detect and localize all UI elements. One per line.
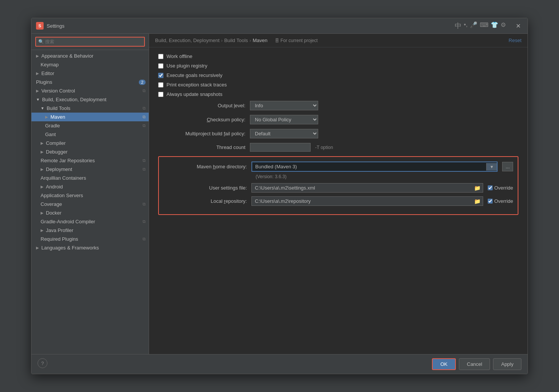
sidebar-item-label: Build Tools bbox=[47, 105, 71, 111]
sidebar-item-label: Android bbox=[46, 184, 63, 190]
sidebar-item-label: Version Control bbox=[41, 88, 75, 94]
checkbox-execute-goals: Execute goals recursively bbox=[158, 72, 518, 78]
breadcrumb-bar: Build, Execution, Deployment › Build Too… bbox=[149, 34, 528, 47]
work-offline-checkbox[interactable] bbox=[158, 54, 163, 59]
copy-icon: ⧉ bbox=[143, 219, 146, 224]
user-settings-override-checkbox[interactable] bbox=[488, 185, 493, 190]
breadcrumb-sep-1: › bbox=[221, 38, 223, 43]
plugin-registry-checkbox[interactable] bbox=[158, 63, 163, 69]
window-title: Settings bbox=[47, 23, 452, 29]
sidebar-item-docker[interactable]: ▶ Docker bbox=[31, 209, 149, 217]
ok-button[interactable]: OK bbox=[432, 358, 456, 370]
copy-icon: ⧉ bbox=[143, 202, 146, 207]
local-repo-input[interactable] bbox=[252, 197, 472, 205]
reset-button[interactable]: Reset bbox=[509, 38, 521, 43]
sidebar-item-app-servers[interactable]: Application Servers bbox=[31, 191, 149, 200]
apply-button[interactable]: Apply bbox=[493, 358, 521, 370]
thread-count-row: Thread count -T option bbox=[158, 143, 518, 152]
sidebar-item-gradle[interactable]: Gradle ⧉ bbox=[31, 121, 149, 130]
output-level-select[interactable]: Info Debug Warn Error bbox=[250, 101, 318, 110]
checkbox-print-exception: Print exception stack traces bbox=[158, 82, 518, 88]
user-settings-browse-icon[interactable]: 📁 bbox=[472, 184, 483, 192]
expand-icon: ▶ bbox=[41, 185, 44, 189]
copy-icon: ⧉ bbox=[143, 158, 146, 163]
sidebar-item-gant[interactable]: Gant bbox=[31, 130, 149, 139]
toolbar-icon-6: ⚙ bbox=[501, 21, 506, 30]
checksum-policy-row: Checksum policy: No Global Policy Fail W… bbox=[158, 115, 518, 124]
execute-goals-checkbox[interactable] bbox=[158, 73, 163, 78]
sidebar-item-label: Gradle bbox=[45, 123, 60, 129]
sidebar-item-keymap[interactable]: Keymap bbox=[31, 60, 149, 69]
thread-count-input[interactable] bbox=[250, 143, 311, 152]
expand-icon: ▶ bbox=[36, 246, 39, 250]
sidebar-item-java-profiler[interactable]: ▶ Java Profiler bbox=[31, 226, 149, 235]
sidebar-item-remote-jar[interactable]: Remote Jar Repositories ⧉ bbox=[31, 156, 149, 165]
maven-home-input[interactable] bbox=[252, 162, 486, 171]
multiproject-policy-select[interactable]: Default Fail At End Never Fail Fail Fast bbox=[250, 129, 318, 138]
maven-home-label: Maven home directory: bbox=[163, 164, 247, 169]
nav-list: ▶ Appearance & Behavior Keymap ▶ Editor … bbox=[31, 50, 149, 354]
sidebar-item-version-control[interactable]: ▶ Version Control ⧉ bbox=[31, 86, 149, 95]
sidebar-item-gradle-android[interactable]: Gradle-Android Compiler ⧉ bbox=[31, 217, 149, 226]
user-settings-input[interactable] bbox=[252, 183, 472, 192]
expand-icon: ▶ bbox=[41, 211, 44, 215]
multiproject-policy-row: Multiproject build fail policy: Default … bbox=[158, 129, 518, 138]
breadcrumb-part-3: Maven bbox=[253, 38, 267, 43]
print-exception-checkbox[interactable] bbox=[158, 82, 163, 88]
sidebar-item-appearance[interactable]: ▶ Appearance & Behavior bbox=[31, 52, 149, 60]
settings-content: Work offline Use plugin registry Execute… bbox=[149, 47, 528, 354]
expand-icon: ▶ bbox=[41, 228, 44, 232]
maven-home-browse-button[interactable]: ... bbox=[502, 162, 513, 171]
main-panel: Build, Execution, Deployment › Build Too… bbox=[149, 34, 528, 354]
user-settings-override-wrapper: Override bbox=[488, 185, 513, 191]
help-button[interactable]: ? bbox=[38, 358, 47, 368]
sidebar-item-label: Coverage bbox=[41, 201, 62, 207]
sidebar-item-required-plugins[interactable]: Required Plugins ⧉ bbox=[31, 235, 149, 243]
sidebar-item-label: Remote Jar Repositories bbox=[41, 158, 95, 163]
breadcrumb-part-1: Build, Execution, Deployment bbox=[155, 38, 220, 43]
sidebar-item-build-execution[interactable]: ▼ Build, Execution, Deployment bbox=[31, 95, 149, 104]
title-bar: S Settings 中 •, 🎤 ⌨ 👕 ⚙ ✕ bbox=[31, 18, 528, 34]
settings-dialog: S Settings 中 •, 🎤 ⌨ 👕 ⚙ ✕ 🔍 ▶ Appea bbox=[31, 18, 528, 374]
checksum-policy-select[interactable]: No Global Policy Fail Warn Ignore bbox=[250, 115, 318, 124]
expand-icon: ▶ bbox=[41, 150, 44, 154]
expand-icon: ▼ bbox=[36, 97, 40, 102]
expand-icon: ▶ bbox=[41, 141, 44, 145]
toolbar-icon-5: 👕 bbox=[491, 21, 498, 30]
sidebar-item-label: Build, Execution, Deployment bbox=[42, 97, 107, 102]
plugins-badge: 2 bbox=[139, 80, 146, 85]
sidebar: 🔍 ▶ Appearance & Behavior Keymap ▶ Edito… bbox=[31, 34, 149, 354]
local-repo-override-label: Override bbox=[494, 198, 513, 204]
maven-home-dropdown-arrow[interactable]: ▼ bbox=[486, 163, 497, 171]
sidebar-item-compiler[interactable]: ▶ Compiler bbox=[31, 139, 149, 147]
sidebar-item-label: Plugins bbox=[36, 79, 52, 85]
expand-icon: ▶ bbox=[36, 89, 39, 93]
cancel-button[interactable]: Cancel bbox=[459, 358, 490, 370]
sidebar-item-maven[interactable]: ▶ Maven ⧉ bbox=[31, 113, 149, 121]
toolbar-icon-1: 中 bbox=[455, 21, 462, 30]
sidebar-item-label: Editor bbox=[41, 71, 54, 76]
sidebar-item-coverage[interactable]: Coverage ⧉ bbox=[31, 200, 149, 209]
sidebar-item-languages[interactable]: ▶ Languages & Frameworks bbox=[31, 243, 149, 252]
sidebar-item-debugger[interactable]: ▶ Debugger bbox=[31, 147, 149, 156]
breadcrumb-sep-2: › bbox=[250, 38, 251, 43]
local-repo-row: Local repository: 📁 Override bbox=[163, 196, 513, 206]
expand-icon: ▶ bbox=[36, 71, 39, 75]
sidebar-item-build-tools[interactable]: ▼ Build Tools ⧉ bbox=[31, 104, 149, 113]
search-input[interactable] bbox=[35, 37, 145, 47]
always-update-checkbox[interactable] bbox=[158, 92, 163, 97]
sidebar-item-plugins[interactable]: Plugins 2 bbox=[31, 78, 149, 86]
local-repo-override-checkbox[interactable] bbox=[488, 199, 493, 204]
sidebar-item-deployment[interactable]: ▶ Deployment ⧉ bbox=[31, 165, 149, 174]
sidebar-item-android[interactable]: ▶ Android bbox=[31, 182, 149, 191]
sidebar-item-label: Gradle-Android Compiler bbox=[41, 219, 95, 224]
maven-home-row: Maven home directory: ▼ ... bbox=[163, 162, 513, 172]
sidebar-item-editor[interactable]: ▶ Editor bbox=[31, 69, 149, 78]
local-repo-label: Local repository: bbox=[163, 198, 247, 204]
sidebar-item-arquillian[interactable]: Arquillian Containers bbox=[31, 174, 149, 182]
search-wrapper: 🔍 bbox=[31, 34, 149, 50]
sidebar-item-label: Maven bbox=[50, 114, 65, 120]
close-button[interactable]: ✕ bbox=[513, 22, 523, 30]
local-repo-browse-icon[interactable]: 📁 bbox=[472, 197, 483, 205]
sidebar-item-label: Deployment bbox=[46, 166, 72, 172]
